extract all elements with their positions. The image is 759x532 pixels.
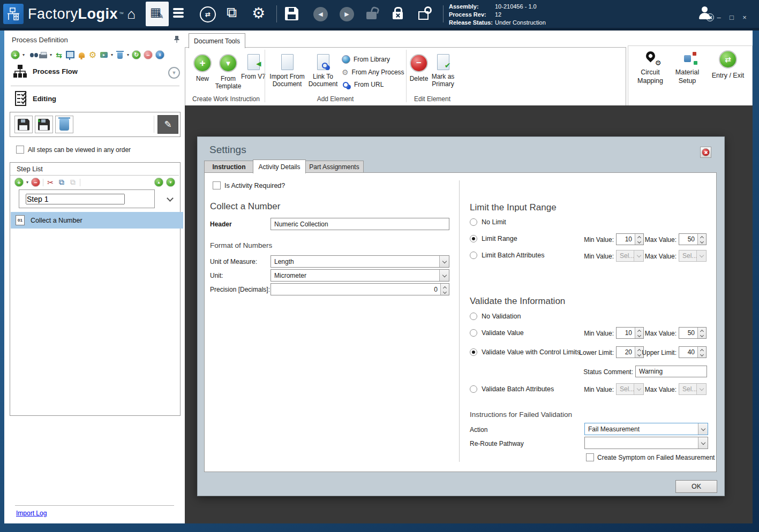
find-icon[interactable]	[27, 51, 36, 59]
tab-document-tools[interactable]: Document Tools	[189, 33, 245, 48]
action-select[interactable]: Fail Measurement	[584, 423, 708, 435]
delete-step-button[interactable]	[55, 116, 73, 133]
link-to-document-button[interactable]: Link To Document	[303, 54, 343, 88]
status-comment-field[interactable]	[635, 366, 707, 377]
step-expand-chevron-icon[interactable]	[167, 195, 174, 202]
from-any-process-button[interactable]: ⚙ From Any Process	[342, 68, 404, 77]
pin-panel-button[interactable]	[174, 35, 180, 45]
validate-control-radio[interactable]	[470, 348, 477, 356]
from-template-button[interactable]: ▼ From Template	[214, 54, 242, 90]
forward-button[interactable]: ▶	[340, 7, 354, 21]
chevron-down-icon[interactable]	[439, 256, 449, 267]
collapse-button[interactable]: ▼	[168, 67, 180, 79]
delete-caret-icon[interactable]: ▾	[127, 52, 129, 57]
import-log-link[interactable]: Import Log	[16, 510, 47, 517]
circuit-mapping-button[interactable]: ⚙ Circuit Mapping	[633, 51, 668, 85]
limit-range-radio[interactable]	[470, 235, 477, 242]
chevron-down-icon[interactable]	[698, 423, 708, 435]
unit-select[interactable]: Micrometer	[270, 269, 449, 282]
minimize-button[interactable]: –	[715, 13, 723, 21]
no-validation-radio[interactable]	[470, 313, 477, 320]
step-name-input[interactable]	[26, 194, 125, 204]
material-setup-button[interactable]: Material Setup	[670, 51, 704, 85]
production-button[interactable]	[173, 8, 184, 10]
save-button[interactable]	[285, 7, 298, 20]
step-activity-row[interactable]: 01 Collect a Number	[11, 212, 183, 229]
release-check-button[interactable]	[418, 6, 429, 20]
dialog-close-button[interactable]	[700, 147, 711, 158]
limit-batch-option[interactable]: Limit Batch Attributes	[470, 252, 544, 259]
lock-button[interactable]	[393, 12, 403, 19]
reroute-select[interactable]	[584, 437, 708, 449]
step-name-field[interactable]	[19, 189, 155, 208]
add-icon[interactable]: +	[11, 50, 20, 59]
settings-button[interactable]: ⚙	[252, 4, 265, 22]
limit-batch-radio[interactable]	[470, 252, 477, 259]
add-caret-icon[interactable]: ▾	[22, 52, 25, 57]
delete-step-icon[interactable]	[116, 51, 124, 59]
entry-exit-button[interactable]: ⇄ Entry / Exit	[707, 50, 749, 80]
activity-required-option[interactable]: Is Activity Required?	[213, 181, 285, 189]
tab-part-assignments[interactable]: Part Assignments	[305, 161, 364, 173]
uom-select[interactable]: Length	[270, 255, 449, 268]
spinner-icon[interactable]	[440, 284, 449, 295]
move-up-icon[interactable]: ▲	[154, 178, 163, 187]
no-limit-option[interactable]: No Limit	[470, 218, 506, 226]
create-symptom-option[interactable]: Create Symptom on Failed Measurement	[586, 453, 715, 461]
add-step-icon[interactable]: +	[14, 178, 24, 187]
validate-value-radio[interactable]	[470, 329, 477, 337]
home-button[interactable]: ⌂	[122, 5, 140, 22]
close-button[interactable]: ×	[740, 13, 749, 21]
any-order-checkbox[interactable]	[16, 146, 24, 154]
refresh-icon[interactable]: ↻	[132, 50, 141, 59]
no-limit-radio[interactable]	[470, 218, 477, 226]
from-library-button[interactable]: From Library	[342, 55, 390, 64]
user-button[interactable]	[697, 6, 712, 20]
spinner-icon[interactable]	[697, 328, 706, 338]
process-flow-item[interactable]: Process Flow	[13, 64, 78, 79]
remove-step-icon[interactable]: −	[31, 178, 40, 187]
print-icon[interactable]	[39, 51, 47, 59]
spinner-icon[interactable]	[697, 234, 706, 245]
publish-icon[interactable]: ▸	[100, 51, 108, 59]
activity-required-checkbox[interactable]	[213, 181, 221, 189]
editing-item[interactable]: Editing	[15, 91, 56, 107]
precision-stepper[interactable]: 0	[270, 283, 449, 295]
any-order-option[interactable]: All steps can be viewed in any order	[16, 146, 131, 154]
process-gear-icon[interactable]: ⚙	[88, 51, 97, 59]
no-validation-option[interactable]: No Validation	[470, 313, 521, 320]
spinner-icon[interactable]	[697, 347, 706, 358]
maximize-button[interactable]: □	[727, 13, 736, 21]
documents-button[interactable]: ⧉	[227, 4, 237, 21]
tab-activity-details[interactable]: Activity Details	[253, 159, 306, 173]
back-button[interactable]: ◀	[313, 7, 328, 21]
presentation-icon[interactable]	[66, 51, 74, 59]
upper-limit-stepper[interactable]: 40	[679, 346, 707, 358]
ok-button[interactable]: OK	[675, 480, 717, 493]
create-symptom-checkbox[interactable]	[586, 453, 594, 461]
mark-as-primary-button[interactable]: ✔ Mark as Primary	[427, 54, 459, 88]
edit-mode-button[interactable]: ✎	[157, 115, 178, 134]
chevron-down-icon[interactable]	[698, 437, 708, 449]
validate-batch-radio[interactable]	[470, 385, 477, 393]
limit-range-option[interactable]: Limit Range	[470, 235, 517, 242]
reorganize-icon[interactable]: ⇆	[55, 51, 63, 59]
range-max-stepper[interactable]: 50	[679, 233, 707, 245]
process-definition-button[interactable]: ▦ ✎	[146, 2, 169, 26]
validate-batch-option[interactable]: Validate Batch Attributes	[470, 385, 554, 393]
header-input[interactable]	[271, 221, 449, 228]
import-step-button[interactable]: ▲	[35, 116, 53, 133]
move-down-icon[interactable]: ▼	[166, 178, 175, 187]
import-from-document-button[interactable]: Import From Document	[267, 54, 307, 88]
paste-icon[interactable]: ⧉	[69, 178, 77, 187]
pause-icon[interactable]: ‖	[155, 50, 164, 59]
header-field[interactable]	[270, 218, 449, 230]
add-step-caret-icon[interactable]: ▾	[26, 180, 28, 185]
cut-icon[interactable]: ✂	[46, 178, 55, 187]
copy-icon[interactable]: ⧉	[57, 178, 66, 187]
publish-caret-icon[interactable]: ▾	[111, 52, 113, 57]
validate-max-stepper[interactable]: 50	[679, 327, 707, 339]
status-comment-input[interactable]	[636, 368, 707, 375]
from-url-button[interactable]: From URL	[342, 81, 384, 88]
save-step-button[interactable]	[14, 116, 33, 133]
